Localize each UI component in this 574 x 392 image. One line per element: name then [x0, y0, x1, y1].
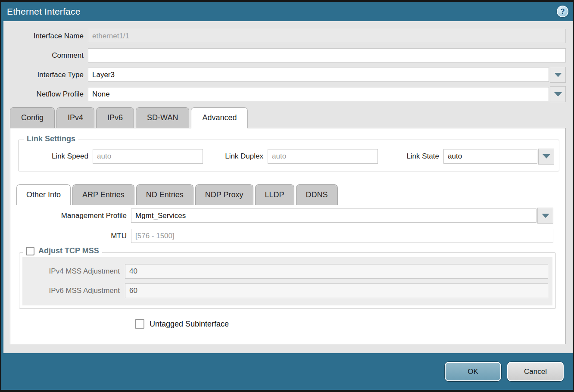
management-profile-field[interactable]	[131, 208, 537, 223]
management-profile-dropdown-button[interactable]	[537, 208, 553, 224]
main-tabs: Config IPv4 IPv6 SD-WAN Advanced	[10, 107, 573, 128]
sub-tabs: Other Info ARP Entries ND Entries NDP Pr…	[16, 184, 565, 205]
titlebar: Ethernet Interface ?	[1, 2, 573, 21]
ipv6-mss-field	[125, 283, 548, 298]
netflow-profile-field[interactable]	[88, 87, 549, 101]
interface-name-row: Interface Name	[3, 26, 573, 46]
interface-type-field[interactable]	[88, 68, 549, 82]
cancel-button[interactable]: Cancel	[507, 362, 564, 381]
management-profile-label: Management Profile	[10, 212, 131, 220]
management-profile-row: Management Profile	[10, 206, 565, 225]
interface-type-dropdown-button[interactable]	[550, 67, 566, 83]
chevron-down-icon	[554, 92, 562, 96]
interface-name-field	[88, 29, 566, 43]
interface-name-label: Interface Name	[3, 32, 88, 40]
help-icon[interactable]: ?	[557, 6, 568, 17]
subtab-other-info[interactable]: Other Info	[16, 184, 71, 205]
untagged-subinterface-row: Untagged Subinterface	[135, 319, 565, 329]
netflow-profile-dropdown-button[interactable]	[550, 86, 566, 102]
comment-row: Comment	[3, 46, 573, 65]
untagged-subinterface-label: Untagged Subinterface	[144, 320, 229, 329]
ipv4-mss-label: IPv4 MSS Adjustment	[27, 267, 125, 276]
link-duplex-label: Link Duplex	[203, 152, 268, 161]
link-state-field[interactable]	[443, 149, 537, 164]
ipv4-mss-row: IPv4 MSS Adjustment	[27, 261, 548, 281]
subtab-ddns[interactable]: DDNS	[296, 184, 338, 205]
tab-ipv6[interactable]: IPv6	[96, 107, 134, 128]
link-settings-fieldset: Link Settings Link Speed Link Duplex Lin…	[18, 140, 559, 171]
adjust-tcp-mss-fieldset: Adjust TCP MSS IPv4 MSS Adjustment IPv6 …	[19, 252, 556, 309]
advanced-tab-panel: Link Settings Link Speed Link Duplex Lin…	[10, 128, 566, 344]
link-speed-field[interactable]	[93, 149, 203, 164]
chevron-down-icon	[543, 154, 550, 159]
mtu-label: MTU	[10, 232, 131, 240]
tab-sdwan[interactable]: SD-WAN	[136, 107, 189, 128]
ethernet-interface-dialog: Ethernet Interface ? Interface Name Comm…	[0, 0, 574, 392]
comment-field[interactable]	[88, 48, 566, 62]
tab-advanced[interactable]: Advanced	[191, 107, 248, 128]
netflow-profile-label: Netflow Profile	[3, 90, 88, 99]
adjust-tcp-mss-legend-text: Adjust TCP MSS	[38, 246, 99, 255]
dialog-footer: OK Cancel	[1, 353, 573, 390]
subtab-ndp-proxy[interactable]: NDP Proxy	[195, 184, 253, 205]
chevron-down-icon	[554, 73, 562, 77]
interface-type-row: Interface Type	[3, 65, 573, 84]
dialog-title: Ethernet Interface	[7, 6, 81, 17]
dialog-body: Interface Name Comment Interface Type Ne…	[1, 21, 573, 353]
link-state-label: Link State	[378, 152, 443, 161]
tab-config[interactable]: Config	[10, 107, 55, 128]
mss-disabled-area: IPv4 MSS Adjustment IPv6 MSS Adjustment	[22, 257, 552, 305]
interface-type-label: Interface Type	[3, 71, 88, 79]
subtab-arp-entries[interactable]: ARP Entries	[72, 184, 134, 205]
ipv6-mss-label: IPv6 MSS Adjustment	[27, 286, 125, 295]
ipv6-mss-row: IPv6 MSS Adjustment	[27, 281, 548, 300]
link-duplex-field[interactable]	[268, 149, 378, 164]
ipv4-mss-field	[125, 264, 548, 279]
adjust-tcp-mss-checkbox[interactable]	[26, 247, 34, 255]
adjust-tcp-mss-legend: Adjust TCP MSS	[23, 246, 102, 255]
netflow-profile-row: Netflow Profile	[3, 84, 573, 104]
subtab-lldp[interactable]: LLDP	[255, 184, 294, 205]
ok-button[interactable]: OK	[445, 362, 501, 381]
link-state-dropdown-button[interactable]	[538, 149, 554, 165]
mtu-row: MTU	[10, 226, 565, 246]
untagged-subinterface-checkbox[interactable]	[135, 319, 144, 329]
link-speed-label: Link Speed	[19, 152, 93, 161]
comment-label: Comment	[3, 51, 88, 60]
subtab-nd-entries[interactable]: ND Entries	[136, 184, 193, 205]
tab-ipv4[interactable]: IPv4	[56, 107, 94, 128]
link-settings-row: Link Speed Link Duplex Link State	[19, 140, 559, 171]
chevron-down-icon	[542, 214, 549, 218]
link-settings-legend: Link Settings	[24, 134, 78, 143]
mtu-field[interactable]	[131, 229, 553, 243]
